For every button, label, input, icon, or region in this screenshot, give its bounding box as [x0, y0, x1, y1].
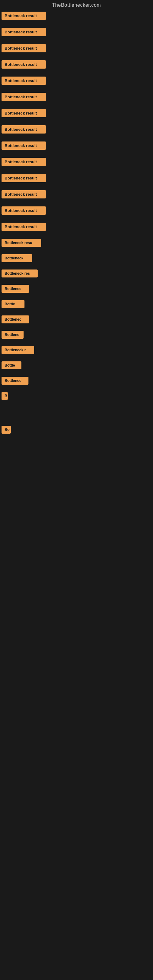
bottleneck-item-21: Bottleneck r: [2, 346, 153, 355]
bottleneck-label[interactable]: Bottleneck result: [2, 44, 46, 52]
bottleneck-label[interactable]: Bottlene: [2, 331, 24, 339]
bottleneck-label[interactable]: Bottleneck result: [2, 142, 46, 150]
site-title: TheBottlenecker.com: [0, 0, 153, 12]
bottleneck-item-11: Bottleneck result: [2, 190, 153, 200]
bottleneck-item-16: Bottleneck res: [2, 269, 153, 279]
bottleneck-item-10: Bottleneck result: [2, 174, 153, 183]
bottleneck-label[interactable]: Bottlenec: [2, 377, 29, 385]
bottleneck-item-12: Bottleneck result: [2, 207, 153, 216]
bottleneck-label[interactable]: Bottleneck result: [2, 28, 46, 36]
bottleneck-item-0: Bottleneck result: [2, 12, 153, 21]
bottleneck-item-22: Bottle: [2, 361, 153, 371]
bottleneck-label[interactable]: Bottleneck result: [2, 60, 46, 68]
bottleneck-item-13: Bottleneck result: [2, 223, 153, 232]
bottleneck-label[interactable]: Bottleneck result: [2, 190, 46, 199]
bottleneck-item-14: Bottleneck resu: [2, 239, 153, 248]
bottleneck-item-18: Bottle: [2, 300, 153, 309]
bottleneck-label[interactable]: Bottleneck result: [2, 223, 46, 231]
bottleneck-label[interactable]: Bottlenec: [2, 285, 29, 293]
page-header: TheBottlenecker.com: [0, 0, 153, 12]
bottleneck-label[interactable]: Bottleneck result: [2, 174, 46, 182]
bottleneck-item-9: Bottleneck result: [2, 158, 153, 167]
bottleneck-label[interactable]: Bottleneck result: [2, 12, 46, 20]
bottleneck-label[interactable]: Bottle: [2, 300, 24, 308]
bottleneck-label[interactable]: Bottleneck result: [2, 207, 46, 215]
bottleneck-item-6: Bottleneck result: [2, 109, 153, 119]
bottleneck-label[interactable]: Bottleneck r: [2, 346, 34, 354]
bottleneck-list: Bottleneck resultBottleneck resultBottle…: [0, 12, 153, 435]
bottleneck-item-15: Bottleneck: [2, 254, 153, 263]
bottleneck-item-5: Bottleneck result: [2, 93, 153, 102]
bottleneck-label[interactable]: Bottleneck: [2, 254, 32, 262]
bottleneck-label[interactable]: Bottle: [2, 361, 21, 369]
bottleneck-label[interactable]: B: [2, 392, 8, 400]
bottleneck-item-4: Bottleneck result: [2, 76, 153, 86]
bottleneck-item-20: Bottlene: [2, 331, 153, 340]
bottleneck-label[interactable]: Bottleneck result: [2, 93, 46, 101]
bottleneck-item-17: Bottlenec: [2, 285, 153, 294]
bottleneck-label[interactable]: Bottleneck resu: [2, 239, 41, 247]
bottleneck-item-2: Bottleneck result: [2, 44, 153, 54]
bottleneck-item-19: Bottlenec: [2, 315, 153, 325]
bottleneck-label[interactable]: Bottleneck result: [2, 76, 46, 85]
bottleneck-label[interactable]: Bottleneck result: [2, 158, 46, 166]
bottleneck-item-7: Bottleneck result: [2, 125, 153, 135]
bottleneck-label[interactable]: Bo: [2, 426, 11, 434]
bottleneck-label[interactable]: Bottlenec: [2, 315, 29, 323]
bottleneck-item-29: Bo: [2, 426, 153, 435]
bottleneck-item-8: Bottleneck result: [2, 142, 153, 151]
bottleneck-label[interactable]: Bottleneck result: [2, 125, 46, 134]
bottleneck-item-23: Bottlenec: [2, 377, 153, 386]
bottleneck-item-1: Bottleneck result: [2, 28, 153, 37]
bottleneck-item-24: B: [2, 392, 153, 401]
bottleneck-label[interactable]: Bottleneck res: [2, 269, 38, 277]
bottleneck-label[interactable]: Bottleneck result: [2, 109, 46, 117]
bottleneck-item-3: Bottleneck result: [2, 60, 153, 70]
